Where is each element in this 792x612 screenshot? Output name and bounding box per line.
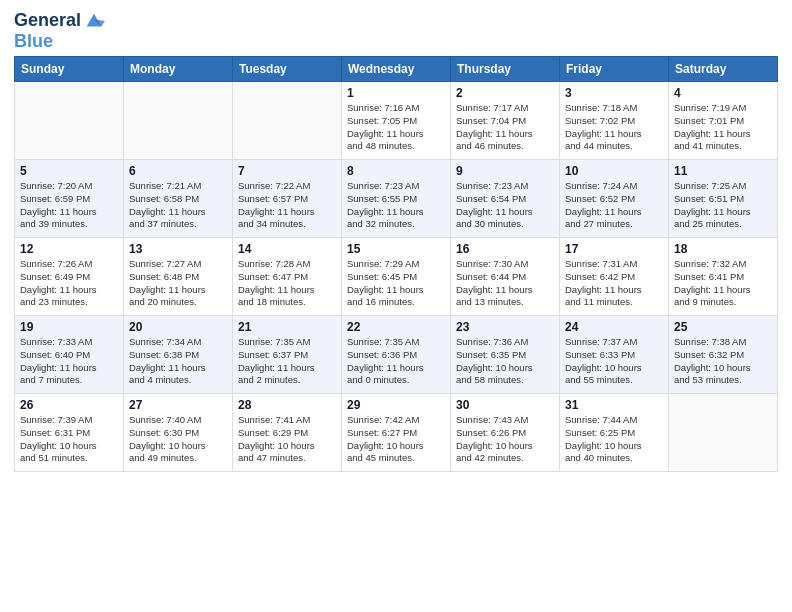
calendar-row: 1Sunrise: 7:16 AM Sunset: 7:05 PM Daylig…: [15, 82, 778, 160]
day-info: Sunrise: 7:37 AM Sunset: 6:33 PM Dayligh…: [565, 336, 663, 387]
day-info: Sunrise: 7:35 AM Sunset: 6:37 PM Dayligh…: [238, 336, 336, 387]
day-info: Sunrise: 7:18 AM Sunset: 7:02 PM Dayligh…: [565, 102, 663, 153]
day-number: 4: [674, 86, 772, 100]
day-number: 9: [456, 164, 554, 178]
day-number: 8: [347, 164, 445, 178]
calendar-cell: 5Sunrise: 7:20 AM Sunset: 6:59 PM Daylig…: [15, 160, 124, 238]
day-number: 2: [456, 86, 554, 100]
day-info: Sunrise: 7:25 AM Sunset: 6:51 PM Dayligh…: [674, 180, 772, 231]
logo-text: General: [14, 11, 81, 31]
page-header: General Blue: [14, 10, 778, 50]
calendar-cell: [15, 82, 124, 160]
calendar-table: SundayMondayTuesdayWednesdayThursdayFrid…: [14, 56, 778, 472]
calendar-cell: 21Sunrise: 7:35 AM Sunset: 6:37 PM Dayli…: [233, 316, 342, 394]
day-info: Sunrise: 7:38 AM Sunset: 6:32 PM Dayligh…: [674, 336, 772, 387]
calendar-cell: 28Sunrise: 7:41 AM Sunset: 6:29 PM Dayli…: [233, 394, 342, 472]
calendar-cell: 13Sunrise: 7:27 AM Sunset: 6:48 PM Dayli…: [124, 238, 233, 316]
weekday-header: Sunday: [15, 57, 124, 82]
day-number: 21: [238, 320, 336, 334]
day-info: Sunrise: 7:23 AM Sunset: 6:55 PM Dayligh…: [347, 180, 445, 231]
calendar-row: 12Sunrise: 7:26 AM Sunset: 6:49 PM Dayli…: [15, 238, 778, 316]
calendar-cell: 24Sunrise: 7:37 AM Sunset: 6:33 PM Dayli…: [560, 316, 669, 394]
page-container: General Blue SundayMondayTuesdayWednesda…: [0, 0, 792, 612]
day-number: 17: [565, 242, 663, 256]
day-info: Sunrise: 7:33 AM Sunset: 6:40 PM Dayligh…: [20, 336, 118, 387]
day-info: Sunrise: 7:20 AM Sunset: 6:59 PM Dayligh…: [20, 180, 118, 231]
calendar-cell: [124, 82, 233, 160]
day-number: 22: [347, 320, 445, 334]
day-number: 3: [565, 86, 663, 100]
calendar-cell: 11Sunrise: 7:25 AM Sunset: 6:51 PM Dayli…: [669, 160, 778, 238]
logo-blue: Blue: [14, 32, 105, 50]
day-number: 16: [456, 242, 554, 256]
calendar-cell: [233, 82, 342, 160]
day-info: Sunrise: 7:30 AM Sunset: 6:44 PM Dayligh…: [456, 258, 554, 309]
day-info: Sunrise: 7:27 AM Sunset: 6:48 PM Dayligh…: [129, 258, 227, 309]
calendar-cell: 8Sunrise: 7:23 AM Sunset: 6:55 PM Daylig…: [342, 160, 451, 238]
calendar-cell: 23Sunrise: 7:36 AM Sunset: 6:35 PM Dayli…: [451, 316, 560, 394]
day-number: 12: [20, 242, 118, 256]
calendar-cell: 4Sunrise: 7:19 AM Sunset: 7:01 PM Daylig…: [669, 82, 778, 160]
calendar-cell: [669, 394, 778, 472]
day-number: 14: [238, 242, 336, 256]
day-number: 28: [238, 398, 336, 412]
day-info: Sunrise: 7:41 AM Sunset: 6:29 PM Dayligh…: [238, 414, 336, 465]
calendar-cell: 30Sunrise: 7:43 AM Sunset: 6:26 PM Dayli…: [451, 394, 560, 472]
day-info: Sunrise: 7:22 AM Sunset: 6:57 PM Dayligh…: [238, 180, 336, 231]
day-number: 29: [347, 398, 445, 412]
day-number: 10: [565, 164, 663, 178]
calendar-row: 19Sunrise: 7:33 AM Sunset: 6:40 PM Dayli…: [15, 316, 778, 394]
day-info: Sunrise: 7:35 AM Sunset: 6:36 PM Dayligh…: [347, 336, 445, 387]
day-info: Sunrise: 7:36 AM Sunset: 6:35 PM Dayligh…: [456, 336, 554, 387]
day-info: Sunrise: 7:21 AM Sunset: 6:58 PM Dayligh…: [129, 180, 227, 231]
calendar-cell: 6Sunrise: 7:21 AM Sunset: 6:58 PM Daylig…: [124, 160, 233, 238]
calendar-cell: 15Sunrise: 7:29 AM Sunset: 6:45 PM Dayli…: [342, 238, 451, 316]
day-info: Sunrise: 7:31 AM Sunset: 6:42 PM Dayligh…: [565, 258, 663, 309]
calendar-cell: 27Sunrise: 7:40 AM Sunset: 6:30 PM Dayli…: [124, 394, 233, 472]
calendar-cell: 25Sunrise: 7:38 AM Sunset: 6:32 PM Dayli…: [669, 316, 778, 394]
calendar-cell: 14Sunrise: 7:28 AM Sunset: 6:47 PM Dayli…: [233, 238, 342, 316]
day-number: 11: [674, 164, 772, 178]
calendar-cell: 22Sunrise: 7:35 AM Sunset: 6:36 PM Dayli…: [342, 316, 451, 394]
day-info: Sunrise: 7:32 AM Sunset: 6:41 PM Dayligh…: [674, 258, 772, 309]
day-info: Sunrise: 7:44 AM Sunset: 6:25 PM Dayligh…: [565, 414, 663, 465]
day-number: 13: [129, 242, 227, 256]
weekday-header: Tuesday: [233, 57, 342, 82]
calendar-cell: 19Sunrise: 7:33 AM Sunset: 6:40 PM Dayli…: [15, 316, 124, 394]
day-number: 31: [565, 398, 663, 412]
calendar-body: 1Sunrise: 7:16 AM Sunset: 7:05 PM Daylig…: [15, 82, 778, 472]
day-number: 24: [565, 320, 663, 334]
calendar-cell: 31Sunrise: 7:44 AM Sunset: 6:25 PM Dayli…: [560, 394, 669, 472]
weekday-header: Monday: [124, 57, 233, 82]
day-info: Sunrise: 7:42 AM Sunset: 6:27 PM Dayligh…: [347, 414, 445, 465]
day-number: 26: [20, 398, 118, 412]
day-info: Sunrise: 7:16 AM Sunset: 7:05 PM Dayligh…: [347, 102, 445, 153]
calendar-cell: 12Sunrise: 7:26 AM Sunset: 6:49 PM Dayli…: [15, 238, 124, 316]
day-number: 7: [238, 164, 336, 178]
calendar-row: 5Sunrise: 7:20 AM Sunset: 6:59 PM Daylig…: [15, 160, 778, 238]
day-info: Sunrise: 7:23 AM Sunset: 6:54 PM Dayligh…: [456, 180, 554, 231]
day-info: Sunrise: 7:34 AM Sunset: 6:38 PM Dayligh…: [129, 336, 227, 387]
day-number: 18: [674, 242, 772, 256]
day-number: 27: [129, 398, 227, 412]
logo-icon: [83, 10, 105, 32]
calendar-cell: 1Sunrise: 7:16 AM Sunset: 7:05 PM Daylig…: [342, 82, 451, 160]
day-number: 30: [456, 398, 554, 412]
calendar-cell: 17Sunrise: 7:31 AM Sunset: 6:42 PM Dayli…: [560, 238, 669, 316]
day-info: Sunrise: 7:43 AM Sunset: 6:26 PM Dayligh…: [456, 414, 554, 465]
day-number: 6: [129, 164, 227, 178]
weekday-header: Thursday: [451, 57, 560, 82]
day-info: Sunrise: 7:19 AM Sunset: 7:01 PM Dayligh…: [674, 102, 772, 153]
day-number: 1: [347, 86, 445, 100]
calendar-cell: 9Sunrise: 7:23 AM Sunset: 6:54 PM Daylig…: [451, 160, 560, 238]
day-info: Sunrise: 7:40 AM Sunset: 6:30 PM Dayligh…: [129, 414, 227, 465]
calendar-row: 26Sunrise: 7:39 AM Sunset: 6:31 PM Dayli…: [15, 394, 778, 472]
day-info: Sunrise: 7:29 AM Sunset: 6:45 PM Dayligh…: [347, 258, 445, 309]
day-info: Sunrise: 7:28 AM Sunset: 6:47 PM Dayligh…: [238, 258, 336, 309]
day-info: Sunrise: 7:24 AM Sunset: 6:52 PM Dayligh…: [565, 180, 663, 231]
logo: General Blue: [14, 10, 105, 50]
day-number: 23: [456, 320, 554, 334]
day-number: 5: [20, 164, 118, 178]
day-info: Sunrise: 7:26 AM Sunset: 6:49 PM Dayligh…: [20, 258, 118, 309]
calendar-cell: 2Sunrise: 7:17 AM Sunset: 7:04 PM Daylig…: [451, 82, 560, 160]
